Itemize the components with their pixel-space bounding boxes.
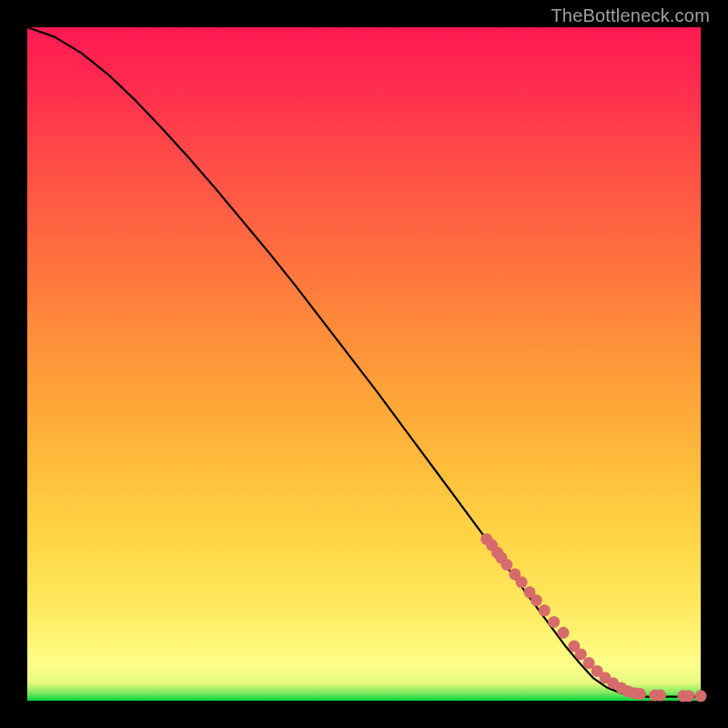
marker-dot (516, 576, 528, 588)
marker-dot (654, 690, 666, 702)
marker-dot (531, 594, 542, 606)
marker-dot (695, 690, 707, 702)
marker-dot (500, 559, 512, 571)
marker-dot (634, 688, 646, 700)
curve-line (27, 27, 701, 697)
plot-area (27, 27, 701, 701)
marker-dot (575, 648, 587, 660)
marker-dot (548, 616, 560, 628)
chart-svg (27, 27, 701, 701)
watermark-text: TheBottleneck.com (551, 5, 710, 26)
marker-dots (480, 533, 706, 702)
marker-dot (682, 690, 694, 702)
marker-dot (558, 627, 570, 639)
chart-stage: TheBottleneck.com (0, 0, 728, 728)
marker-dot (539, 604, 551, 616)
